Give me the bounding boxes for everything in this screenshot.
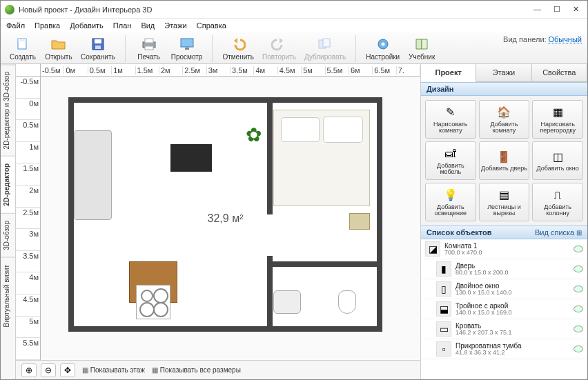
- tutorial-button[interactable]: Учебник: [405, 35, 438, 62]
- tab-2d-editor[interactable]: 2D-редактор: [1, 156, 15, 213]
- floorplan-canvas[interactable]: 32,9 м²: [41, 77, 420, 360]
- furniture-sofa[interactable]: [74, 130, 112, 220]
- ruler-vertical: -0.5м0м0.5м1м1.5м2м2.5м3м3.5м4м4.5м5м5.5…: [16, 77, 41, 360]
- furniture-sink[interactable]: [273, 290, 301, 314]
- object-list-item[interactable]: ⬓Тройное с аркой140.0 x 15.0 x 169.0: [421, 299, 587, 319]
- svg-rect-11: [323, 39, 330, 47]
- menubar: Файл Правка Добавить План Вид Этажи Спра…: [1, 19, 587, 32]
- tab-project[interactable]: Проект: [421, 64, 476, 82]
- gear-icon: [375, 37, 391, 52]
- design-icon: ✎: [443, 105, 458, 120]
- object-list-item[interactable]: ▮Дверь80.0 x 15.0 x 200.0: [421, 259, 587, 279]
- tab-3d-view[interactable]: 3D-обзор: [1, 213, 15, 257]
- pan-tool-button[interactable]: ✥: [60, 363, 75, 377]
- objects-section-header: Список объектов Вид списка ⊞: [421, 226, 587, 239]
- menu-edit[interactable]: Правка: [35, 21, 60, 30]
- panel-mode-label: Вид панели: Обычный: [503, 35, 582, 43]
- duplicate-button[interactable]: Дублировать: [302, 35, 349, 62]
- statusbar: ⊕ ⊖ ✥ Показывать этаж Показывать все раз…: [16, 360, 420, 379]
- design-button-2[interactable]: ▦Нарисовать перегородку: [532, 100, 583, 139]
- design-button-5[interactable]: ◫Добавить окно: [532, 141, 583, 180]
- create-button[interactable]: Создать: [6, 35, 39, 62]
- app-logo-icon: [5, 5, 14, 14]
- design-button-7[interactable]: ▤Лестницы и вырезы: [479, 183, 530, 221]
- settings-button[interactable]: Настройки: [363, 35, 402, 62]
- room-outline[interactable]: 32,9 м²: [68, 97, 382, 332]
- object-thumb-icon: ▮: [436, 261, 451, 277]
- object-list-item[interactable]: ▫Прикроватная тумба41.8 x 36.3 x 41.2: [421, 339, 587, 359]
- svg-rect-6: [145, 39, 153, 43]
- design-icon: 💡: [443, 188, 458, 203]
- furniture-stove[interactable]: [136, 285, 170, 319]
- visibility-eye-icon[interactable]: [574, 326, 583, 332]
- undo-icon: [230, 37, 246, 52]
- toolbar: Создать Открыть Сохранить Печать Просмот…: [1, 32, 587, 64]
- svg-rect-4: [95, 46, 101, 49]
- tab-floors[interactable]: Этажи: [476, 64, 531, 81]
- design-button-3[interactable]: 🛋Добавить мебель: [425, 141, 476, 180]
- zoom-in-button[interactable]: ⊕: [21, 363, 37, 377]
- tab-2d-3d-combo[interactable]: 2D-редактор и 3D-обзор: [1, 64, 15, 156]
- object-thumb-icon: ⬓: [436, 301, 451, 317]
- design-button-1[interactable]: 🏠Добавить комнату: [479, 100, 530, 139]
- interior-wall[interactable]: [267, 261, 382, 267]
- visibility-eye-icon[interactable]: [574, 346, 583, 352]
- interior-wall[interactable]: [267, 97, 273, 214]
- view-button[interactable]: Просмотр: [168, 35, 206, 62]
- design-icon: ▤: [496, 188, 511, 203]
- show-all-sizes-toggle[interactable]: Показывать все размеры: [152, 366, 241, 374]
- tab-properties[interactable]: Свойства: [532, 64, 587, 81]
- furniture-plant[interactable]: [243, 123, 271, 151]
- object-thumb-icon: ▭: [436, 321, 451, 337]
- furniture-bed[interactable]: [273, 110, 370, 206]
- right-panel: Проект Этажи Свойства Дизайн ✎Нарисовать…: [420, 64, 587, 379]
- furniture-nightstand[interactable]: [349, 213, 370, 230]
- folder-open-icon: [50, 37, 67, 52]
- menu-add[interactable]: Добавить: [70, 21, 104, 30]
- design-icon: ▦: [550, 105, 565, 120]
- save-button[interactable]: Сохранить: [78, 35, 118, 62]
- undo-button[interactable]: Отменить: [219, 35, 257, 62]
- duplicate-icon: [317, 37, 333, 52]
- interior-wall[interactable]: [267, 256, 273, 332]
- object-thumb-icon: ▯: [436, 281, 451, 297]
- design-icon: ⎍: [550, 188, 565, 203]
- titlebar: Новый проект - Дизайн Интерьера 3D — ☐ ✕: [1, 1, 587, 19]
- panel-mode-value[interactable]: Обычный: [548, 35, 582, 43]
- menu-floors[interactable]: Этажи: [164, 21, 186, 30]
- object-list-item[interactable]: ◪Комната 1700.0 x 470.0: [421, 239, 587, 259]
- visibility-eye-icon[interactable]: [574, 306, 583, 312]
- furniture-toilet[interactable]: [338, 290, 356, 314]
- left-tab-strip: 2D-редактор и 3D-обзор 2D-редактор 3D-об…: [1, 64, 16, 379]
- list-view-toggle[interactable]: Вид списка ⊞: [535, 228, 582, 237]
- svg-point-13: [381, 43, 384, 46]
- zoom-out-button[interactable]: ⊖: [41, 363, 56, 377]
- visibility-eye-icon[interactable]: [574, 266, 583, 272]
- object-list-item[interactable]: ▭Кровать146.2 x 207.3 x 75.1: [421, 319, 587, 339]
- menu-help[interactable]: Справка: [197, 21, 226, 30]
- design-button-8[interactable]: ⎍Добавить колонну: [532, 183, 583, 221]
- menu-plan[interactable]: План: [113, 21, 132, 30]
- menu-view[interactable]: Вид: [141, 21, 155, 30]
- design-button-4[interactable]: 🚪Добавить дверь: [479, 141, 530, 180]
- tab-virtual-visit[interactable]: Виртуальный визит: [1, 257, 15, 334]
- design-button-0[interactable]: ✎Нарисовать комнату: [425, 100, 476, 139]
- open-button[interactable]: Открыть: [42, 35, 75, 62]
- close-button[interactable]: ✕: [573, 5, 579, 14]
- minimize-button[interactable]: —: [533, 5, 541, 14]
- ruler-horizontal: -0.5м0м0.5м1м1.5м2м2.5м3м3.5м4м4.5м5м5.5…: [16, 64, 420, 77]
- visibility-eye-icon[interactable]: [574, 286, 583, 292]
- maximize-button[interactable]: ☐: [553, 5, 560, 14]
- object-list-item[interactable]: ▯Двойное окно130.0 x 15.0 x 140.0: [421, 279, 587, 299]
- floppy-save-icon: [90, 37, 106, 52]
- show-floor-toggle[interactable]: Показывать этаж: [82, 366, 145, 374]
- design-section-header: Дизайн: [421, 82, 587, 96]
- menu-file[interactable]: Файл: [6, 21, 25, 30]
- design-icon: 🛋: [443, 146, 458, 161]
- print-button[interactable]: Печать: [133, 35, 166, 62]
- redo-button[interactable]: Повторить: [259, 35, 299, 62]
- svg-rect-1: [18, 39, 26, 41]
- furniture-tv[interactable]: [170, 144, 212, 172]
- design-button-6[interactable]: 💡Добавить освещение: [425, 183, 476, 221]
- visibility-eye-icon[interactable]: [574, 246, 583, 252]
